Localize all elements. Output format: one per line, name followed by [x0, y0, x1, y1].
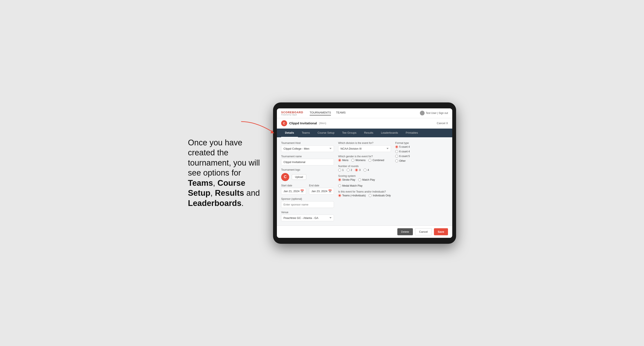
sponsor-group: Sponsor (optional) [281, 197, 334, 208]
user-area: Test User | Sign out [420, 111, 448, 115]
tab-printables[interactable]: Printables [402, 129, 422, 137]
format-6count4[interactable]: 6 count 4 [395, 150, 448, 153]
top-nav: SCOREBOARD Powered by clippd TOURNAMENTS… [277, 108, 452, 118]
host-select[interactable]: Clippd College - Men [281, 145, 334, 152]
logo-text: SCOREBOARD Powered by clippd [281, 111, 303, 116]
tournament-name: Clippd Invitational [289, 121, 317, 125]
user-text: Test User | Sign out [426, 112, 448, 115]
date-row: Start date 📅 End date 📅 [281, 184, 334, 194]
rounds-1[interactable]: 1 [338, 169, 344, 172]
scoring-match[interactable]: Match Play [358, 178, 375, 181]
nav-links: TOURNAMENTS TEAMS [310, 111, 346, 115]
form-content: Tournament Host Clippd College - Men Tou… [277, 137, 452, 225]
tab-results[interactable]: Results [360, 129, 377, 137]
cancel-top-button[interactable]: Cancel X [437, 122, 448, 125]
rounds-2[interactable]: 2 [347, 169, 352, 172]
logo-upload-area: C Upload [281, 173, 334, 181]
svg-marker-0 [270, 130, 274, 133]
tab-teams[interactable]: Teams [298, 129, 314, 137]
upload-button[interactable]: Upload [292, 174, 306, 180]
format-other[interactable]: Other [395, 160, 448, 162]
tab-tee-groups[interactable]: Tee Groups [338, 129, 360, 137]
end-date-wrapper: 📅 [309, 188, 334, 194]
gender-group: Which gender is the event for? Mens Wome… [338, 155, 391, 162]
sponsor-label: Sponsor (optional) [281, 197, 334, 200]
gender-label: Which gender is the event for? [338, 155, 391, 158]
middle-column: Which division is the event for? NCAA Di… [338, 142, 391, 221]
scoring-group: Scoring system Stroke Play Match Play [338, 174, 391, 187]
right-column: Format type 5 count 4 6 count 4 [395, 142, 448, 221]
nav-left: SCOREBOARD Powered by clippd TOURNAMENTS… [281, 111, 346, 116]
sponsor-input[interactable] [281, 201, 334, 208]
gender-mens[interactable]: Mens [338, 159, 348, 162]
division-group: Which division is the event for? NCAA Di… [338, 142, 391, 152]
nav-tournaments[interactable]: TOURNAMENTS [310, 111, 331, 115]
tablet-screen: SCOREBOARD Powered by clippd TOURNAMENTS… [277, 108, 452, 238]
division-select[interactable]: NCAA Division III [338, 145, 391, 152]
tournament-title-row: C Clippd Invitational (Men) [281, 120, 326, 126]
start-date-wrapper: 📅 [281, 188, 306, 194]
gender-womens[interactable]: Womens [351, 159, 366, 162]
teams-group: Is this event for Teams and/or Individua… [338, 190, 391, 197]
teams-individuals[interactable]: Individuals Only [368, 194, 391, 197]
format-label: Format type [395, 142, 448, 145]
start-date-icon: 📅 [300, 189, 304, 193]
tournament-type: (Men) [319, 122, 326, 125]
left-column: Tournament Host Clippd College - Men Tou… [281, 142, 334, 221]
name-label: Tournament name [281, 155, 334, 158]
nav-teams[interactable]: TEAMS [336, 111, 346, 115]
rounds-3[interactable]: 3 [355, 169, 360, 172]
rounds-4[interactable]: 4 [364, 169, 369, 172]
delete-button[interactable]: Delete [397, 228, 413, 235]
teams-plus[interactable]: Teams (+Individuals) [338, 194, 366, 197]
name-input[interactable] [281, 159, 334, 165]
teams-radio-group: Teams (+Individuals) Individuals Only [338, 194, 391, 197]
venue-label: Venue [281, 211, 334, 214]
tournament-icon: C [281, 120, 287, 126]
arrow-annotation [239, 119, 277, 137]
format-group: Format type 5 count 4 6 count 4 [395, 142, 448, 162]
rounds-radio-group: 1 2 3 4 [338, 169, 391, 172]
format-options: 5 count 4 6 count 4 6 count 5 [395, 145, 448, 162]
logo-group: Tournament logo C Upload [281, 168, 334, 181]
rounds-group: Number of rounds 1 2 [338, 165, 391, 172]
start-date-label: Start date [281, 184, 306, 187]
end-date-label: End date [309, 184, 334, 187]
host-group: Tournament Host Clippd College - Men [281, 142, 334, 152]
scoring-label: Scoring system [338, 174, 391, 177]
tab-leaderboards[interactable]: Leaderboards [377, 129, 402, 137]
format-5count4[interactable]: 5 count 4 [395, 145, 448, 148]
tablet-device: SCOREBOARD Powered by clippd TOURNAMENTS… [273, 102, 456, 244]
rounds-label: Number of rounds [338, 165, 391, 168]
start-date-group: Start date 📅 [281, 184, 306, 194]
end-date-icon: 📅 [328, 189, 332, 193]
logo-area: SCOREBOARD Powered by clippd [281, 111, 303, 116]
annotation-text: Once you have created the tournament, yo… [188, 138, 260, 208]
division-label: Which division is the event for? [338, 142, 391, 145]
gender-radio-group: Mens Womens Combined [338, 159, 391, 162]
logo-label: Tournament logo [281, 168, 334, 171]
format-6count5[interactable]: 6 count 5 [395, 155, 448, 158]
cancel-button[interactable]: Cancel [415, 228, 432, 235]
scoring-stroke[interactable]: Stroke Play [338, 178, 355, 181]
scoring-medal[interactable]: Medal Match Play [338, 184, 362, 187]
gender-combined[interactable]: Combined [368, 159, 384, 162]
teams-label: Is this event for Teams and/or Individua… [338, 190, 391, 193]
user-avatar [420, 111, 424, 115]
venue-group: Venue Peachtree GC - Atlanta - GA [281, 211, 334, 221]
scoring-radio-group: Stroke Play Match Play Medal Match Play [338, 178, 391, 187]
tab-course-setup[interactable]: Course Setup [314, 129, 338, 137]
tab-details[interactable]: Details [281, 129, 298, 137]
tab-bar: Details Teams Course Setup Tee Groups Re… [277, 129, 452, 137]
venue-select[interactable]: Peachtree GC - Atlanta - GA [281, 215, 334, 221]
logo-preview: C [281, 173, 289, 181]
tournament-header: C Clippd Invitational (Men) Cancel X [277, 118, 452, 129]
name-group: Tournament name [281, 155, 334, 165]
host-label: Tournament Host [281, 142, 334, 145]
save-button[interactable]: Save [434, 228, 448, 235]
bottom-bar: Delete Cancel Save [277, 225, 452, 238]
end-date-group: End date 📅 [309, 184, 334, 194]
